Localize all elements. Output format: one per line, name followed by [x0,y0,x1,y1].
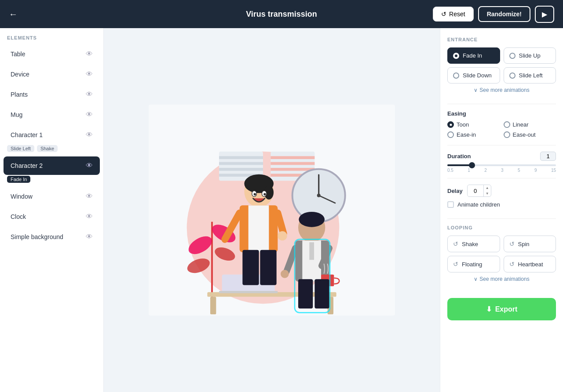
entrance-slide-up[interactable]: Slide Up [504,47,556,64]
svg-rect-49 [314,279,329,309]
loop-heartbeat[interactable]: ↺ Heartbeat [504,256,556,272]
sidebar-header: ELEMENTS [0,28,103,44]
loop-spin[interactable]: ↺ Spin [504,236,556,252]
delay-up[interactable]: ▲ [484,185,491,191]
delay-row: Delay ▲ ▼ [447,185,556,197]
sidebar-item-simple-background[interactable]: Simple background 👁 [4,228,100,246]
eye-icon: 👁 [86,162,93,170]
character2-tags: Fade In [0,176,103,186]
svg-rect-21 [210,297,216,314]
canvas-area [104,28,440,392]
easing-ease-in[interactable]: Ease-in [447,131,500,138]
radio-linear [504,121,510,128]
sidebar: ELEMENTS Table 👁 Device 👁 Plants 👁 Mug 👁… [0,28,104,392]
right-panel: ENTRANCE Fade In Slide Up Slide Down Sli… [440,28,563,392]
sidebar-item-character1[interactable]: Character 1 👁 [4,126,100,144]
easing-section: Easing Toon Linear Ease-in Ease-out [447,110,556,138]
sidebar-item-table[interactable]: Table 👁 [4,45,100,63]
randomize-button[interactable]: Randomize! [478,6,530,22]
sidebar-item-character2[interactable]: Character 2 👁 [4,156,100,175]
sidebar-item-clock[interactable]: Clock 👁 [4,207,100,226]
eye-icon: 👁 [86,50,93,58]
svg-point-32 [278,231,287,240]
eye-icon: 👁 [86,111,93,119]
radio-toon [447,121,454,128]
delay-input[interactable] [468,186,483,196]
easing-linear[interactable]: Linear [504,121,556,128]
topbar: ← Virus transmission ↺ Reset Randomize! … [0,0,563,28]
tag-slide-left: Slide Left [7,145,34,152]
radio-dot [453,73,459,79]
main-content: ELEMENTS Table 👁 Device 👁 Plants 👁 Mug 👁… [0,28,563,392]
sidebar-item-device[interactable]: Device 👁 [4,65,100,83]
svg-rect-4 [219,168,263,171]
illustration [149,105,395,316]
svg-rect-37 [242,250,259,285]
see-more-entrance[interactable]: ∨ See more animations [447,87,556,93]
duration-input[interactable] [540,152,556,161]
play-button[interactable]: ▶ [535,6,554,23]
see-more-looping[interactable]: ∨ See more animations [447,276,556,282]
radio-dot-selected [453,53,459,59]
easing-toon[interactable]: Toon [447,121,500,128]
easing-ease-out[interactable]: Ease-out [504,131,556,138]
entrance-fade-in[interactable]: Fade In [447,47,500,64]
tag-shake: Shake [37,145,58,152]
entrance-label: ENTRANCE [447,37,556,42]
sidebar-item-window[interactable]: Window 👁 [4,187,100,206]
entrance-slide-left[interactable]: Slide Left [504,67,556,83]
radio-dot [509,73,515,79]
eye-icon: 👁 [86,131,93,139]
eye-icon: 👁 [86,233,93,241]
easing-label: Easing [447,110,556,117]
radio-ease-in [447,131,454,138]
loop-icon: ↺ [453,240,458,247]
loop-icon: ↺ [509,261,515,268]
entrance-options: Fade In Slide Up Slide Down Slide Left [447,47,556,83]
looping-section: LOOPING ↺ Shake ↺ Spin ↺ Floating ↺ Hear… [447,225,556,289]
sidebar-item-plants[interactable]: Plants 👁 [4,85,100,104]
duration-slider[interactable]: 0.5 1 2 3 5 9 15 [447,164,556,173]
export-button[interactable]: ⬇ Export [447,298,556,320]
slider-ticks: 0.5 1 2 3 5 9 15 [447,168,556,173]
animate-children-checkbox[interactable] [447,201,454,208]
radio-dot [509,53,515,59]
topbar-actions: ↺ Reset Randomize! ▶ [433,6,554,23]
export-icon: ⬇ [486,305,492,313]
svg-rect-2 [219,156,263,159]
svg-rect-8 [271,162,314,165]
eye-icon: 👁 [86,213,93,221]
svg-rect-24 [219,291,278,293]
delay-arrows: ▲ ▼ [483,185,491,196]
page-title: Virus transmission [246,10,317,19]
eye-icon: 👁 [86,192,93,200]
svg-point-36 [263,193,266,195]
delay-input-wrap: ▲ ▼ [467,185,491,197]
svg-point-40 [299,212,325,227]
duration-label: Duration [447,153,471,160]
svg-point-46 [281,270,289,278]
radio-ease-out [504,131,510,138]
duration-section: Duration 0.5 1 2 3 5 9 15 [447,152,556,174]
tag-fade-in: Fade In [7,176,30,183]
delay-label: Delay [447,188,463,194]
eye-icon: 👁 [86,91,93,98]
loop-floating[interactable]: ↺ Floating [447,256,500,272]
svg-point-34 [254,193,256,195]
loop-shake[interactable]: ↺ Shake [447,236,500,252]
entrance-section: ENTRANCE Fade In Slide Up Slide Down Sli… [447,37,556,100]
animate-children-row[interactable]: Animate children [447,201,556,208]
svg-rect-7 [271,156,314,159]
looping-options: ↺ Shake ↺ Spin ↺ Floating ↺ Heartbeat [447,236,556,272]
svg-rect-48 [298,279,313,309]
back-button[interactable]: ← [9,9,18,19]
loop-icon: ↺ [453,261,458,268]
reset-button[interactable]: ↺ Reset [433,7,474,22]
entrance-slide-down[interactable]: Slide Down [447,67,500,83]
sidebar-item-mug[interactable]: Mug 👁 [4,105,100,124]
delay-down[interactable]: ▼ [484,191,491,196]
svg-rect-3 [219,162,263,165]
svg-rect-38 [260,250,276,285]
easing-options: Toon Linear Ease-in Ease-out [447,121,556,138]
character1-tags: Slide Left Shake [0,145,103,156]
